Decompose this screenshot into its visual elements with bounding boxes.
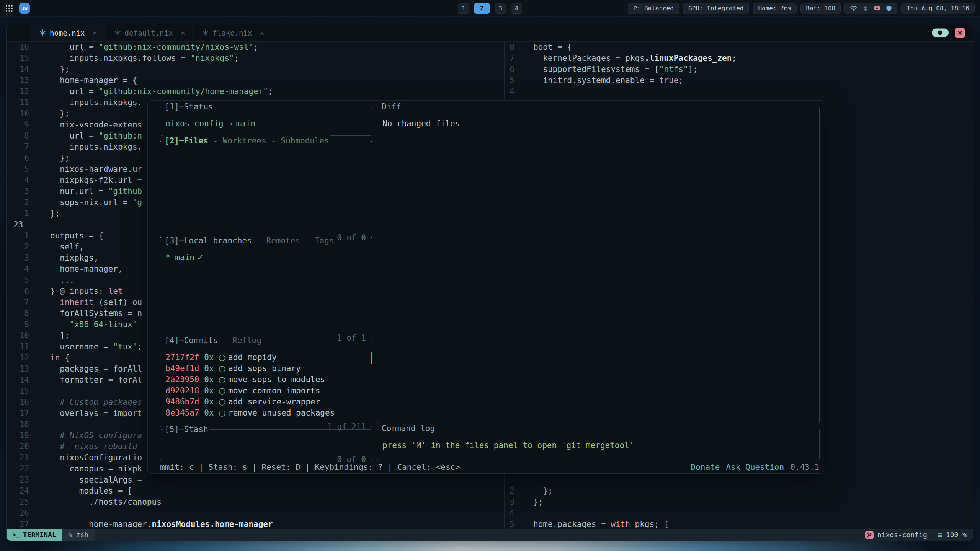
topbar-left: JW — [5, 3, 30, 14]
window-close-button[interactable]: × — [955, 28, 965, 38]
status-module: Home: 7ms — [753, 3, 797, 14]
line-content: modules = [ — [50, 486, 132, 497]
panel-name: Commits — [184, 335, 218, 346]
line-content: # 'nixos-rebuild — [50, 441, 137, 452]
diff-content: No changed files — [377, 107, 819, 129]
line-number: 6 — [505, 64, 514, 75]
workspace-button-3[interactable]: 3 — [495, 3, 506, 14]
line-content: inherit (self) ou — [50, 297, 142, 308]
lazygit-diff-panel[interactable]: Diff No changed files — [377, 107, 820, 423]
commit-row[interactable]: d920218 0x ○ move common imports — [165, 385, 367, 396]
tab-close-icon[interactable]: × — [260, 28, 264, 37]
line-number: 4 — [505, 86, 514, 97]
keybinding-hints: mmit: c | Stash: s | Reset: D | Keybindi… — [160, 462, 460, 473]
commit-message: add mopidy — [228, 352, 276, 363]
wallpaper-glow — [0, 540, 980, 551]
line-number: 27 — [7, 519, 29, 529]
tab-close-icon[interactable]: × — [180, 28, 185, 37]
line-number: 8 — [505, 42, 514, 53]
lazygit-files-panel[interactable]: [2]─Files - Worktrees - Submodules 0 of … — [160, 141, 372, 238]
line-number: 16 — [7, 397, 29, 408]
ask-question-link[interactable]: Ask Question — [726, 462, 784, 473]
repo-indicator[interactable]: nixos-config — [861, 529, 932, 541]
version-label: 0.43.1 — [790, 462, 819, 473]
lazygit-branches-panel[interactable]: [3]─Local branches - Remotes - Tags * ma… — [160, 241, 372, 338]
title-dash: ─ — [179, 424, 184, 435]
tab-flake.nix[interactable]: flake.nix× — [194, 24, 273, 41]
nix-snowflake-icon — [202, 29, 209, 36]
line-content: ./hosts/canopus — [50, 497, 162, 508]
panel-name: Stash — [184, 424, 208, 435]
commit-row[interactable]: b49ef1d 0x ○ add sops binary — [165, 363, 367, 374]
repo-label: nixos-config — [877, 531, 927, 539]
line-number: 24 — [7, 486, 29, 497]
tab-home.nix[interactable]: home.nix× — [31, 24, 106, 41]
line-number: 15 — [7, 386, 29, 397]
line-content: }; — [533, 486, 553, 497]
code-line: 24 modules = [ — [7, 486, 504, 497]
line-content: home-manager.nixosModules.home-manager — [50, 519, 273, 529]
commit-row[interactable]: 8e345a7 0x ○ remove unused packages — [165, 408, 367, 419]
panel-name: Local branches — [184, 235, 252, 246]
commit-row[interactable]: 2a23950 0x ○ move sops to modules — [165, 374, 367, 385]
panel-subtitle: - Reflog — [218, 335, 261, 346]
line-number: 2 — [505, 486, 514, 497]
donate-link[interactable]: Donate — [691, 462, 720, 473]
shell-label: zsh — [76, 531, 89, 539]
tab-default.nix[interactable]: default.nix× — [106, 24, 194, 41]
line-number: 26 — [7, 508, 29, 519]
lines-icon: ≡ — [938, 530, 942, 540]
apps-grid-icon[interactable] — [5, 5, 13, 12]
workspace-button-1[interactable]: 1 — [458, 3, 469, 14]
lazygit-command-log-panel[interactable]: Command log press 'M' in the files panel… — [377, 429, 820, 460]
tab-close-icon[interactable]: × — [93, 28, 97, 37]
status-module: GPU: Integrated — [683, 3, 749, 14]
line-content: overlays = import — [50, 408, 142, 419]
eye-toggle-button[interactable] — [932, 29, 949, 37]
screencast-icon[interactable] — [874, 5, 880, 11]
line-number: 8 — [7, 130, 29, 142]
lazygit-commits-panel[interactable]: [4]─Commits - Reflog 2717f2f 0x ○ add mo… — [160, 341, 372, 427]
statusline: >_ TERMINAL % zsh nixos-config ≡ 100 — [7, 529, 973, 541]
panel-name: Command log — [382, 423, 435, 434]
line-content: inputs.nixpkgs. — [50, 142, 142, 153]
launcher-chip[interactable]: JW — [19, 3, 30, 14]
line-number: 19 — [7, 430, 29, 441]
code-line: 7 kernelPackages = pkgs.linuxPackages_ze… — [505, 53, 973, 64]
line-content: }; — [50, 108, 70, 119]
shield-icon[interactable] — [886, 5, 892, 11]
commit-author: 0x — [204, 385, 219, 396]
line-content: nixos-hardware.ur — [50, 164, 142, 175]
commit-author: 0x — [204, 363, 219, 374]
workspace-button-2[interactable]: 2 — [474, 3, 490, 14]
workspace-switcher: 1234 — [458, 3, 522, 14]
commit-row[interactable]: 2717f2f 0x ○ add mopidy — [165, 352, 367, 363]
branch-check: ✓ — [197, 253, 204, 262]
commits-scrollbar[interactable] — [371, 352, 372, 364]
lazygit-links: Donate Ask Question 0.43.1 — [691, 462, 819, 473]
git-icon — [865, 531, 874, 539]
right-code-pane-bottom[interactable]: 2 };3};45home.packages = with pkgs; [ — [505, 486, 973, 529]
right-code-pane-top[interactable]: 8boot = {7 kernelPackages = pkgs.linuxPa… — [505, 42, 973, 97]
lazygit-status-panel[interactable]: [1]─Status nixos-config→main — [160, 107, 372, 136]
mode-label: TERMINAL — [23, 531, 56, 539]
wifi-icon[interactable] — [850, 5, 858, 11]
line-content: url = "github:nix-community/nixos-wsl"; — [50, 42, 258, 53]
bluetooth-icon[interactable] — [863, 5, 868, 12]
line-content: username = "tux"; — [50, 341, 142, 352]
line-content: nixpkgs, — [50, 253, 98, 264]
mode-indicator: >_ TERMINAL — [7, 529, 62, 541]
workspace-button-4[interactable]: 4 — [511, 3, 522, 14]
line-content: # Custom packages — [50, 397, 142, 408]
line-number: 22 — [7, 463, 29, 474]
lazygit-stash-panel[interactable]: [5]─Stash 0 of 0 — [160, 429, 372, 460]
line-number: 4 — [7, 175, 29, 186]
panel-name: Status — [184, 101, 213, 112]
line-number: 9 — [7, 119, 29, 130]
commit-row[interactable]: 9486b7d 0x ○ add service-wrapper — [165, 396, 367, 408]
branch-item[interactable]: * main — [165, 253, 194, 262]
line-content: url = "github:nix-community/home-manager… — [50, 86, 273, 97]
progress-label: 100 % — [946, 531, 967, 539]
progress-indicator: ≡ 100 % — [932, 529, 973, 541]
line-content: boot = { — [533, 42, 572, 53]
